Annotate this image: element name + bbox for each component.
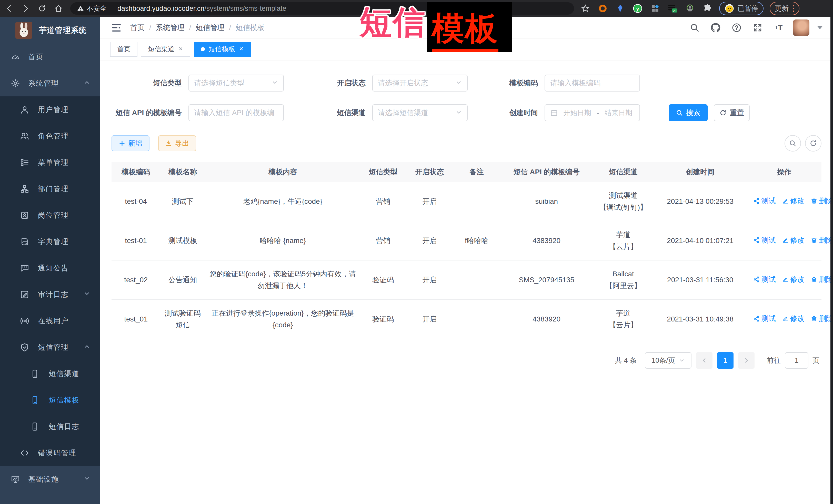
breadcrumb-item[interactable]: 系统管理 xyxy=(156,23,185,32)
breadcrumb-item[interactable]: 短信管理 xyxy=(196,23,224,32)
window-edge-scrollbar[interactable] xyxy=(830,0,833,504)
address-bar[interactable]: 不安全 dashboard.yudao.iocoder.cn/system/sm… xyxy=(70,2,574,15)
table-refresh-button[interactable] xyxy=(805,135,822,151)
extension-y-icon[interactable]: y xyxy=(632,3,643,14)
delete-link[interactable]: 删除 xyxy=(811,234,833,246)
font-size-icon[interactable]: TT xyxy=(772,21,785,34)
trash-icon xyxy=(811,237,817,243)
close-icon[interactable] xyxy=(178,45,183,53)
extensions-puzzle-icon[interactable] xyxy=(702,3,713,14)
extension-pin-icon[interactable] xyxy=(615,3,626,14)
breadcrumb-item[interactable]: 首页 xyxy=(130,23,145,32)
edit-icon xyxy=(782,237,789,243)
sidebar-collapse-icon[interactable] xyxy=(110,22,123,34)
tab-sms-template[interactable]: 短信模板 xyxy=(194,42,251,57)
fullscreen-icon[interactable] xyxy=(751,21,764,34)
browser-forward-icon[interactable] xyxy=(19,1,33,16)
tab-home[interactable]: 首页 xyxy=(110,42,137,57)
date-range-picker[interactable]: 开始日期 - 结束日期 xyxy=(545,104,640,121)
prev-page-button[interactable] xyxy=(696,352,713,369)
api-template-id-input[interactable] xyxy=(194,109,278,117)
bookmark-star-icon[interactable] xyxy=(580,3,591,14)
delete-link[interactable]: 删除 xyxy=(811,195,833,207)
close-icon[interactable] xyxy=(239,45,244,53)
reset-button[interactable]: 重置 xyxy=(714,104,750,121)
template-code-input-wrap[interactable] xyxy=(545,75,640,92)
sidebar-item-system-mgmt[interactable]: 系统管理 xyxy=(0,70,100,96)
browser-menu-icon[interactable] xyxy=(793,5,794,12)
search-button[interactable]: 搜索 xyxy=(669,104,708,121)
table-search-toggle-button[interactable] xyxy=(785,135,801,151)
sidebar-item-sms-template[interactable]: 短信模板 xyxy=(0,387,100,413)
phone-icon xyxy=(30,369,40,378)
edit-link[interactable]: 修改 xyxy=(782,195,805,207)
tab-sms-channel[interactable]: 短信渠道 xyxy=(141,42,190,57)
sidebar-item-error-code[interactable]: 错误码管理 xyxy=(0,440,100,466)
test-link[interactable]: 测试 xyxy=(753,234,776,246)
sidebar-item-menu-mgmt[interactable]: 菜单管理 xyxy=(0,149,100,175)
extension-grid-icon[interactable] xyxy=(649,3,661,14)
sidebar-submenu-section: 用户管理 角色管理 菜单管理 部门管理 岗位管理 字典管理 xyxy=(0,96,100,466)
app-header: 首页 / 系统管理 / 短信管理 / 短信模板 TT xyxy=(100,17,833,39)
update-button[interactable]: 更新 xyxy=(770,2,800,15)
extension-search-person-icon[interactable] xyxy=(684,3,696,14)
goto-page-input[interactable] xyxy=(785,352,808,369)
edit-link[interactable]: 修改 xyxy=(782,313,805,325)
sidebar-item-sms-mgmt[interactable]: 短信管理 xyxy=(0,334,100,360)
avatar-caret-down-icon[interactable] xyxy=(817,26,823,29)
extension-ring-icon[interactable] xyxy=(597,3,609,14)
user-avatar[interactable] xyxy=(793,20,809,36)
users-icon xyxy=(20,131,29,141)
browser-back-icon[interactable] xyxy=(2,1,17,16)
delete-link[interactable]: 删除 xyxy=(811,313,833,325)
test-link[interactable]: 测试 xyxy=(753,195,776,207)
header-search-icon[interactable] xyxy=(688,21,701,34)
sidebar-item-user-mgmt[interactable]: 用户管理 xyxy=(0,96,100,123)
api-template-id-input-wrap[interactable] xyxy=(188,104,284,121)
page-number-button[interactable]: 1 xyxy=(717,352,734,369)
help-icon[interactable] xyxy=(730,21,743,34)
sidebar-item-infrastructure[interactable]: 基础设施 xyxy=(0,466,100,493)
chevron-down-icon xyxy=(84,290,90,299)
paused-badge[interactable]: 已暂停 xyxy=(719,2,763,15)
trash-icon xyxy=(811,198,817,204)
tags-view-bar: 首页 短信渠道 短信模板 xyxy=(100,39,833,60)
sidebar-item-post-mgmt[interactable]: 岗位管理 xyxy=(0,202,100,229)
svg-text:on: on xyxy=(673,9,676,12)
channel-select[interactable]: 请选择短信渠道 xyxy=(372,104,468,121)
next-page-button[interactable] xyxy=(738,352,755,369)
col-header: 短信类型 xyxy=(360,162,406,182)
filter-label: 短信渠道 xyxy=(284,108,372,118)
sidebar-item-audit-log[interactable]: 审计日志 xyxy=(0,281,100,308)
add-button[interactable]: 新增 xyxy=(112,135,149,151)
breadcrumb-current: 短信模板 xyxy=(236,23,264,32)
sidebar-item-online-users[interactable]: 在线用户 xyxy=(0,308,100,334)
sidebar-item-dept-mgmt[interactable]: 部门管理 xyxy=(0,175,100,202)
browser-reload-icon[interactable] xyxy=(35,1,49,16)
sidebar-item-home[interactable]: 首页 xyxy=(0,44,100,70)
status-select[interactable]: 请选择开启状态 xyxy=(372,75,468,92)
edit-link[interactable]: 修改 xyxy=(782,234,805,246)
edit-link[interactable]: 修改 xyxy=(782,273,805,285)
extension-tabs-on-icon[interactable]: on xyxy=(667,3,678,14)
sidebar-item-notice[interactable]: 通知公告 xyxy=(0,255,100,281)
code-icon xyxy=(20,448,29,458)
export-button[interactable]: 导出 xyxy=(158,135,196,151)
sidebar-logo-row[interactable]: 芋道管理系统 xyxy=(0,17,100,44)
sidebar-item-sms-channel[interactable]: 短信渠道 xyxy=(0,360,100,387)
page-size-select[interactable]: 10条/页 xyxy=(645,352,691,369)
sms-type-select[interactable]: 请选择短信类型 xyxy=(188,75,284,92)
delete-link[interactable]: 删除 xyxy=(811,273,833,285)
active-dot-icon xyxy=(201,47,205,51)
sidebar-item-sms-log[interactable]: 短信日志 xyxy=(0,413,100,440)
browser-home-icon[interactable] xyxy=(51,1,66,16)
template-code-input[interactable] xyxy=(550,79,634,87)
test-link[interactable]: 测试 xyxy=(753,273,776,285)
sidebar-item-role-mgmt[interactable]: 角色管理 xyxy=(0,123,100,149)
refresh-icon xyxy=(809,140,817,147)
test-link[interactable]: 测试 xyxy=(753,313,776,325)
sidebar-item-dict-mgmt[interactable]: 字典管理 xyxy=(0,229,100,255)
github-icon[interactable] xyxy=(709,21,722,34)
chevron-right-icon xyxy=(743,357,749,363)
col-header: 开启状态 xyxy=(406,162,453,182)
